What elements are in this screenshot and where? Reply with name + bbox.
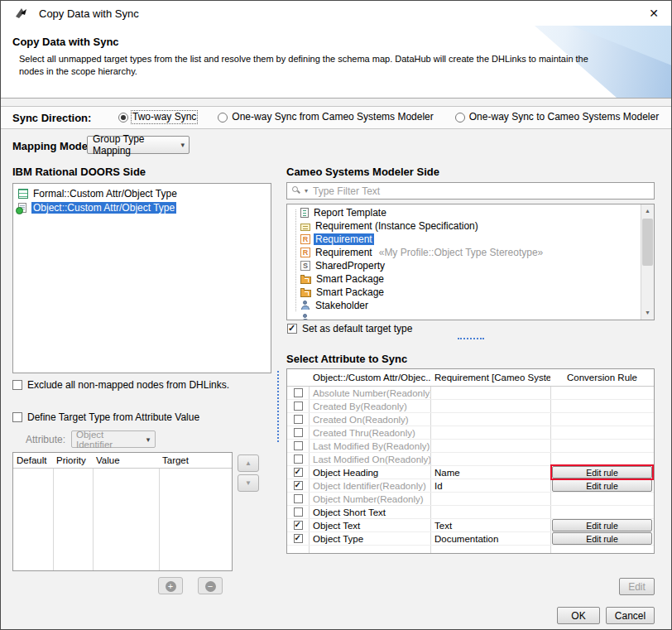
value-table-header-cell: Priority [53, 455, 93, 465]
scroll-up-icon[interactable]: ▲ [641, 204, 654, 218]
define-target-type-label: Define Target Type from Attribute Value [27, 411, 199, 423]
attr-row: Object TextTextEdit rule [287, 519, 654, 532]
requirement-stereo-icon [300, 248, 310, 257]
header-description-line1: Select all unmapped target types from th… [19, 53, 588, 65]
tree-item[interactable] [287, 312, 640, 320]
attr-checkbox[interactable] [294, 454, 303, 464]
exclude-checkbox[interactable] [12, 380, 22, 390]
edit-rule-button[interactable]: Edit rule [552, 532, 652, 545]
horizontal-splitter-handle[interactable] [458, 338, 484, 339]
vertical-scrollbar[interactable]: ▲ ▼ [641, 204, 654, 320]
sync-direction-label: Sync Direction: [12, 112, 91, 124]
tree-item-label: Requirement (Instance Specification) [314, 220, 480, 232]
scroll-down-icon[interactable]: ▼ [641, 306, 654, 320]
value-mapping-table: DefaultPriorityValueTarget [12, 452, 233, 571]
sync-direction-bar: Sync Direction: Two-way SyncOne-way Sync… [1, 106, 671, 129]
edit-rule-button[interactable]: Edit rule [552, 519, 652, 531]
stereotype-label: «My Profile::Object Type Stereotype» [377, 247, 544, 258]
attr-checkbox[interactable] [294, 441, 303, 450]
attr-source-name: Absolute Number(Readonly) [309, 388, 430, 398]
tree-item[interactable]: Object::Custom Attr/Object Type [13, 200, 271, 214]
radio-button[interactable] [118, 113, 128, 123]
sync-radio-option[interactable]: Two-way Sync [118, 112, 196, 123]
tree-item[interactable]: Smart Package [287, 286, 640, 299]
radio-button[interactable] [218, 113, 228, 123]
attr-row: Object Identifier(Readonly)IdEdit rule [287, 479, 654, 493]
attr-row-checkbox-cell [287, 468, 309, 477]
tree-item-label: Requirement [314, 247, 374, 258]
sync-radio-group: Two-way SyncOne-way Sync from Cameo Syst… [118, 112, 659, 123]
sync-radio-option[interactable]: One-way Sync from Cameo Systems Modeler [218, 112, 433, 123]
attr-checkbox[interactable] [294, 428, 303, 437]
radio-label: One-way Sync to Cameo Systems Modeler [469, 112, 659, 123]
exclude-checkbox-label: Exclude all non-mapped nodes from DHLink… [27, 379, 229, 391]
tree-item[interactable]: Stakeholder [287, 299, 640, 312]
attr-row-checkbox-cell [287, 494, 309, 503]
move-down-button[interactable]: ▼ [238, 474, 259, 492]
tree-item-label: Smart Package [314, 273, 386, 285]
ok-button[interactable]: OK [557, 607, 600, 624]
sync-radio-option[interactable]: One-way Sync to Cameo Systems Modeler [455, 112, 659, 123]
attr-checkbox[interactable] [294, 402, 303, 411]
attribute-select[interactable]: Object Identifier ▾ [71, 430, 156, 448]
attr-checkbox[interactable] [294, 415, 303, 424]
cameo-side-title: Cameo Systems Modeler Side [286, 166, 439, 178]
title-bar[interactable]: Copy Data with Sync ✕ [1, 1, 671, 26]
shared-icon [300, 261, 310, 271]
datahub-sync-icon [13, 6, 28, 21]
attr-checkbox[interactable] [294, 388, 303, 397]
attr-checkbox[interactable] [294, 468, 303, 477]
attr-checkbox[interactable] [294, 534, 303, 543]
attr-checkbox[interactable] [294, 507, 303, 517]
attr-row-checkbox-cell [287, 481, 309, 490]
define-target-type-checkbox-row[interactable]: Define Target Type from Attribute Value [12, 411, 199, 423]
attr-source-name: Object Text [309, 521, 430, 531]
tree-item[interactable]: SharedProperty [287, 259, 640, 272]
attr-row: Created Thru(Readonly) [287, 426, 654, 440]
attr-source-name: Object Identifier(Readonly) [309, 481, 430, 491]
tree-item-label: Stakeholder [314, 300, 370, 311]
add-row-button[interactable]: + [158, 577, 183, 594]
mapping-mode-select[interactable]: Group Type Mapping ▾ [87, 136, 190, 154]
set-default-target-checkbox[interactable] [287, 324, 297, 334]
cancel-button[interactable]: Cancel [606, 607, 655, 624]
attr-target-name: Id [430, 481, 550, 491]
attr-source-name: Created By(Readonly) [309, 402, 430, 411]
edit-button[interactable]: Edit [619, 578, 655, 595]
attr-row: Object Short Text [287, 506, 654, 519]
attr-row-checkbox-cell [287, 402, 309, 411]
attr-checkbox[interactable] [294, 521, 303, 530]
radio-label: One-way Sync from Cameo Systems Modeler [232, 112, 433, 123]
attr-checkbox[interactable] [294, 494, 303, 503]
edit-rule-button[interactable]: Edit rule [552, 466, 652, 479]
tree-item-label: Report Template [312, 207, 388, 219]
attr-row-checkbox-cell [287, 415, 309, 424]
tree-item-label: Formal::Custom Attr/Object Type [31, 188, 179, 200]
set-default-target-label: Set as default target type [302, 323, 412, 334]
close-icon[interactable]: ✕ [647, 7, 660, 20]
vertical-splitter-handle[interactable] [277, 371, 279, 442]
tree-item[interactable]: Requirement [287, 233, 640, 246]
attr-checkbox[interactable] [294, 481, 303, 490]
column-divider [159, 453, 160, 570]
exclude-checkbox-row[interactable]: Exclude all non-mapped nodes from DHLink… [12, 379, 229, 391]
move-up-button[interactable]: ▲ [238, 454, 259, 472]
object-doc-icon [18, 203, 26, 213]
define-target-type-checkbox[interactable] [12, 412, 22, 422]
chevron-down-icon: ▾ [305, 187, 308, 195]
tree-item[interactable]: Report Template [287, 206, 640, 219]
tree-item[interactable]: Requirement«My Profile::Object Type Ster… [287, 246, 640, 259]
edit-rule-button[interactable]: Edit rule [552, 479, 652, 492]
attr-source-name: Last Modified By(Readonly) [309, 441, 430, 451]
type-filter-box[interactable]: ▾ Type Filter Text [286, 182, 655, 200]
set-default-target-row[interactable]: Set as default target type [287, 323, 412, 334]
chevron-down-icon: ▾ [142, 435, 155, 444]
scrollbar-thumb[interactable] [642, 219, 653, 266]
tree-item[interactable]: Formal::Custom Attr/Object Type [13, 186, 271, 200]
radio-button[interactable] [455, 113, 465, 123]
tree-item[interactable]: Smart Package [287, 272, 640, 286]
remove-row-button[interactable]: − [198, 577, 223, 594]
attr-source-name: Object Type [309, 534, 430, 544]
radio-label: Two-way Sync [132, 112, 196, 123]
tree-item[interactable]: Requirement (Instance Specification) [287, 219, 640, 233]
